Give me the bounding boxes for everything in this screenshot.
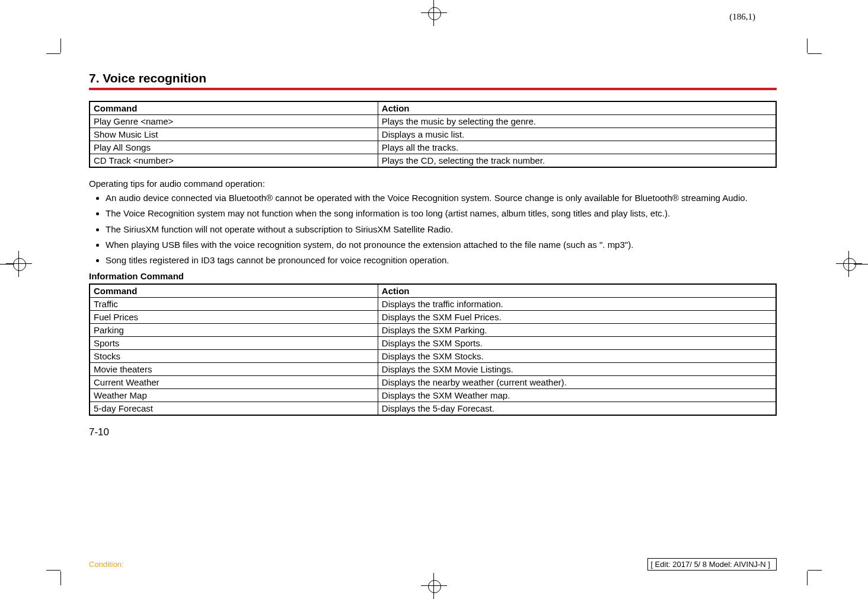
tips-list: An audio device connected via Bluetooth®… [89, 192, 777, 266]
list-item: The SiriusXM function will not operate w… [106, 224, 777, 235]
crop-tick [808, 53, 822, 54]
registration-mark-left [6, 251, 32, 277]
action-cell: Plays all the tracks. [378, 141, 776, 154]
list-item: Song titles registered in ID3 tags canno… [106, 254, 777, 266]
command-cell: Weather Map [90, 389, 378, 402]
table-row: SportsDisplays the SXM Sports. [90, 337, 776, 350]
action-cell: Displays the SXM Sports. [378, 337, 776, 350]
list-item: An audio device connected via Bluetooth®… [106, 192, 777, 204]
table-row: Play All SongsPlays all the tracks. [90, 141, 776, 154]
edit-info-box: [ Edit: 2017/ 5/ 8 Model: AIVINJ-N ] [647, 558, 777, 571]
action-cell: Displays the SXM Stocks. [378, 350, 776, 363]
command-cell: Fuel Prices [90, 311, 378, 324]
table-header-action: Action [378, 284, 776, 298]
action-cell: Displays the SXM Parking. [378, 324, 776, 337]
table-row: Fuel PricesDisplays the SXM Fuel Prices. [90, 311, 776, 324]
registration-mark-right [836, 251, 862, 277]
crop-tick [46, 53, 60, 54]
information-command-table: Command Action TrafficDisplays the traff… [89, 283, 777, 416]
command-cell: Sports [90, 337, 378, 350]
crop-tick [807, 571, 808, 585]
crop-tick [46, 570, 60, 571]
table-row: Weather MapDisplays the SXM Weather map. [90, 389, 776, 402]
action-cell: Displays a music list. [378, 128, 776, 141]
page-content: 7. Voice recognition Command Action Play… [89, 71, 777, 438]
table-row: Current WeatherDisplays the nearby weath… [90, 376, 776, 389]
footer: Condition: [ Edit: 2017/ 5/ 8 Model: AIV… [89, 558, 777, 571]
list-item: The Voice Recognition system may not fun… [106, 208, 777, 219]
command-cell: CD Track <number> [90, 154, 378, 168]
tips-intro: Operating tips for audio command operati… [89, 179, 777, 189]
table-row: ParkingDisplays the SXM Parking. [90, 324, 776, 337]
action-cell: Plays the CD, selecting the track number… [378, 154, 776, 168]
section-rule [89, 88, 777, 90]
table-row: Show Music ListDisplays a music list. [90, 128, 776, 141]
registration-mark-top [421, 0, 447, 26]
information-command-heading: Information Command [89, 271, 777, 281]
table-row: CD Track <number>Plays the CD, selecting… [90, 154, 776, 168]
action-cell: Displays the traffic information. [378, 298, 776, 311]
table-row: StocksDisplays the SXM Stocks. [90, 350, 776, 363]
crop-tick [808, 570, 822, 571]
crop-tick [60, 571, 61, 585]
command-cell: Play Genre <name> [90, 115, 378, 128]
action-cell: Displays the SXM Movie Listings. [378, 363, 776, 376]
command-cell: Stocks [90, 350, 378, 363]
action-cell: Displays the SXM Fuel Prices. [378, 311, 776, 324]
command-cell: Movie theaters [90, 363, 378, 376]
command-cell: Show Music List [90, 128, 378, 141]
registration-mark-bottom [421, 573, 447, 599]
table-row: 5-day ForecastDisplays the 5-day Forecas… [90, 402, 776, 416]
condition-label: Condition: [89, 560, 124, 569]
command-cell: Traffic [90, 298, 378, 311]
table-header-command: Command [90, 101, 378, 115]
crop-tick [60, 39, 61, 53]
table-row: TrafficDisplays the traffic information. [90, 298, 776, 311]
command-cell: Play All Songs [90, 141, 378, 154]
command-cell: Parking [90, 324, 378, 337]
action-cell: Displays the nearby weather (current wea… [378, 376, 776, 389]
table-row: Play Genre <name>Plays the music by sele… [90, 115, 776, 128]
crop-tick [807, 39, 808, 53]
list-item: When playing USB files with the voice re… [106, 239, 777, 251]
command-cell: 5-day Forecast [90, 402, 378, 416]
section-title: 7. Voice recognition [89, 71, 777, 85]
action-cell: Plays the music by selecting the genre. [378, 115, 776, 128]
page-number: 7-10 [89, 426, 777, 438]
action-cell: Displays the SXM Weather map. [378, 389, 776, 402]
table-header-action: Action [378, 101, 776, 115]
page-coordinate: (186,1) [729, 12, 755, 22]
command-cell: Current Weather [90, 376, 378, 389]
table-header-command: Command [90, 284, 378, 298]
audio-command-table: Command Action Play Genre <name>Plays th… [89, 101, 777, 168]
action-cell: Displays the 5-day Forecast. [378, 402, 776, 416]
table-row: Movie theatersDisplays the SXM Movie Lis… [90, 363, 776, 376]
